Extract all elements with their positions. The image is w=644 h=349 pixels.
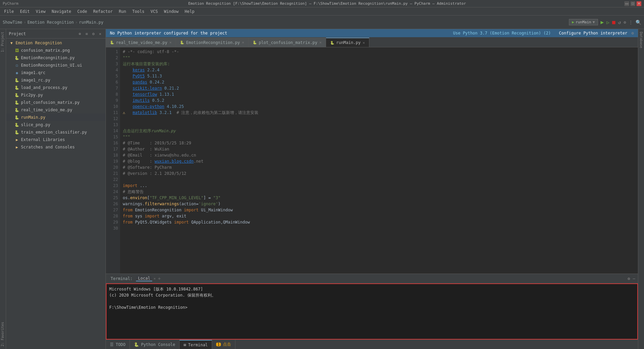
python-console-tab[interactable]: 🐍 Python Console xyxy=(130,340,180,349)
rerun-button[interactable]: ↺ xyxy=(618,20,621,25)
terminal-tab-label: Terminal: xyxy=(109,276,135,281)
menu-tools[interactable]: Tools xyxy=(130,8,147,15)
close-button[interactable]: ✕ xyxy=(637,1,641,6)
breadcrumb-showtime[interactable]: ShowTime xyxy=(3,20,22,25)
locate-file-icon[interactable]: ⊕ xyxy=(77,31,83,37)
file-tree-item-root[interactable]: ▼ Emotion Recognition xyxy=(6,39,106,47)
file-tree-item-emotionrecognition[interactable]: 🐍 EmotionRecongnition.py xyxy=(6,54,106,62)
add-terminal-button[interactable]: ＋ xyxy=(157,276,162,282)
left-tool-favorites[interactable]: 2: Favorites xyxy=(0,319,6,349)
file-name-label: load_and_process.py xyxy=(21,85,67,90)
tab-runmain[interactable]: 🐍 runMain.py ✕ xyxy=(326,38,369,47)
tab-close-icon[interactable]: ✕ xyxy=(363,41,365,45)
file-tree-item-pic2py[interactable]: 🐍 Pic2py.py xyxy=(6,91,106,99)
menubar: File Edit View Navigate Code Refactor Ru… xyxy=(0,7,644,16)
file-tree-item-imagerc[interactable]: 🐍 image1_rc.py xyxy=(6,76,106,84)
menu-run[interactable]: Run xyxy=(116,8,129,15)
local-tab-close[interactable]: ✕ xyxy=(154,277,156,280)
file-name-label: real_time_video_me.py xyxy=(21,108,72,112)
run-with-coverage-button[interactable]: ▷ xyxy=(606,20,609,25)
file-tree-item-scratches[interactable]: ▶ Scratches and Consoles xyxy=(6,143,106,151)
edit-config-button[interactable]: ⚙ xyxy=(624,20,626,25)
python-console-label: Python Console xyxy=(141,342,175,347)
py-file-icon: 🐍 xyxy=(14,55,20,60)
file-tree-item-qrc[interactable]: ◉ image1.qrc xyxy=(6,69,106,76)
file-tree-item-realtime[interactable]: 🐍 real_time_video_me.py xyxy=(6,106,106,114)
tab-real-time-video[interactable]: 🐍 real_time_video_me.py ✕ xyxy=(106,38,176,47)
click-tab[interactable]: 1 点击 xyxy=(212,340,235,349)
terminal-line3 xyxy=(109,298,635,304)
settings-icon[interactable]: ⚙ xyxy=(628,276,630,281)
more-actions-button[interactable]: ⋮ xyxy=(629,20,633,25)
menu-vcs[interactable]: VCS xyxy=(148,8,161,15)
menu-view[interactable]: View xyxy=(33,8,48,15)
file-tree: ▼ Emotion Recognition 🖼 confusion_matrix… xyxy=(6,39,106,349)
collapse-all-icon[interactable]: ≡ xyxy=(84,31,89,37)
settings-icon[interactable]: ⚙ xyxy=(91,31,96,37)
use-interpreter-link[interactable]: Use Python 3.7 (Emotion Recognition) (2) xyxy=(453,31,551,36)
file-tree-item-load[interactable]: 🐍 load_and_process.py xyxy=(6,84,106,91)
terminal-content[interactable]: Microsoft Windows [版本 10.0.19842.867] (c… xyxy=(106,283,638,340)
file-tree-item-confusion[interactable]: 🖼 confusion_matrix.png xyxy=(6,47,106,54)
qrc-file-icon: ◉ xyxy=(14,70,20,75)
terminal-toolbar-right: ⚙ — xyxy=(628,276,635,281)
maximize-button[interactable]: □ xyxy=(630,1,635,6)
file-tree-item-slice[interactable]: 🐍 slice_png.py xyxy=(6,121,106,129)
file-tree-item-plotconfusion[interactable]: 🐍 plot_confusion_matrix.py xyxy=(6,99,106,106)
file-tree-item-train[interactable]: 🐍 train_emotion_classifier.py xyxy=(6,129,106,136)
project-sidebar: Project ⊕ ≡ ⚙ ✕ ▼ Emotion Recognition 🖼 … xyxy=(6,29,106,349)
settings-gear-icon[interactable]: ⚙ xyxy=(631,31,634,36)
stop-button[interactable]: ■ xyxy=(612,19,616,25)
file-tree-item-external[interactable]: ▶ External Libraries xyxy=(6,136,106,143)
window-controls: — □ ✕ xyxy=(624,1,641,6)
menu-edit[interactable]: Edit xyxy=(17,8,32,15)
todo-icon: ☰ xyxy=(110,342,114,347)
menu-navigate[interactable]: Navigate xyxy=(49,8,74,15)
py-file-icon: 🐍 xyxy=(14,93,20,97)
close-panel-icon[interactable]: ✕ xyxy=(97,31,103,37)
terminal-label: Terminal xyxy=(188,343,208,347)
search-everywhere-button[interactable]: 🔍 xyxy=(636,20,641,25)
left-tool-project[interactable]: 1: Project xyxy=(0,29,6,55)
notification-bar: No Python interpreter configured for the… xyxy=(106,29,638,37)
menu-help[interactable]: Help xyxy=(182,8,197,15)
tab-label: runMain.py xyxy=(336,40,361,45)
local-tab[interactable]: Local xyxy=(136,276,152,281)
hide-terminal-icon[interactable]: — xyxy=(633,276,635,281)
file-name-label: image1.qrc xyxy=(21,70,45,75)
png-file-icon: 🖼 xyxy=(14,48,20,53)
breadcrumb-emotion[interactable]: Emotion Recognition xyxy=(27,20,74,25)
tab-py-icon: 🐍 xyxy=(253,41,257,44)
terminal-tab[interactable]: ⊞ Terminal xyxy=(180,340,212,349)
py-file-icon: 🐍 xyxy=(14,108,20,112)
editor-tab-bar: 🐍 real_time_video_me.py ✕ 🐍 EmotionRecon… xyxy=(106,37,638,47)
file-name-label: train_emotion_classifier.py xyxy=(21,130,87,135)
tab-py-icon: 🐍 xyxy=(180,41,184,44)
notification-message: No Python interpreter configured for the… xyxy=(110,31,227,36)
file-tree-item-runmain[interactable]: 🐍 runMain.py xyxy=(6,114,106,121)
bottom-panel-tab-bar: Terminal: Local ✕ ＋ ⚙ — xyxy=(106,274,638,283)
run-config-selector[interactable]: ▶ runMain ▼ xyxy=(569,19,598,25)
configure-interpreter-link[interactable]: Configure Python interpreter xyxy=(559,31,627,36)
menu-code[interactable]: Code xyxy=(75,8,90,15)
tab-plot-confusion[interactable]: 🐍 plot_confusion_matrix.py ✕ xyxy=(249,38,326,47)
todo-tab[interactable]: ☰ TODO xyxy=(106,340,130,349)
tab-close-icon[interactable]: ✕ xyxy=(242,40,244,45)
tab-emotion-recongnition[interactable]: 🐍 EmotionRecongnition.py ✕ xyxy=(176,38,249,47)
code-content[interactable]: # -*- coding: utf-8 -*- """ 运行本项目需要安装的库:… xyxy=(120,47,638,274)
menu-window[interactable]: Window xyxy=(161,8,181,15)
folder-icon: ▶ xyxy=(14,137,20,142)
menu-file[interactable]: File xyxy=(1,8,17,15)
run-config-dropdown[interactable]: ▼ xyxy=(593,20,595,24)
breadcrumb-file[interactable]: runMain.py xyxy=(79,20,104,25)
tab-label: real_time_video_me.py xyxy=(116,40,167,45)
menu-refactor[interactable]: Refactor xyxy=(90,8,115,15)
minimize-button[interactable]: — xyxy=(624,1,629,6)
database-panel-button[interactable]: Database xyxy=(639,30,644,49)
tab-py-icon: 🐍 xyxy=(110,41,114,44)
run-button[interactable]: ▶ xyxy=(601,19,604,25)
file-tree-item-ui[interactable]: ◻ EmotionRecongnition_UI.ui xyxy=(6,62,106,69)
right-tool-panel: Database xyxy=(638,29,644,349)
tab-close-icon[interactable]: ✕ xyxy=(169,40,172,45)
tab-close-icon[interactable]: ✕ xyxy=(319,40,322,45)
